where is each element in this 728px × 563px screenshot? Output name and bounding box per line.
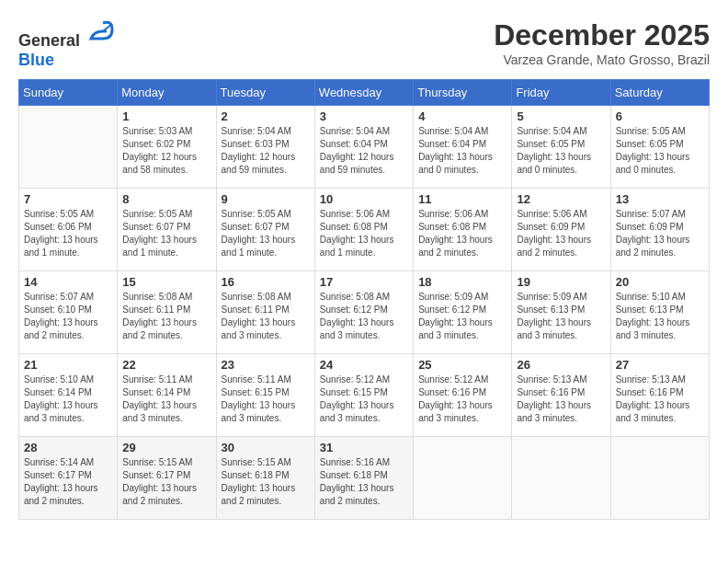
day-number: 29	[122, 441, 210, 454]
day-number: 6	[616, 109, 704, 123]
day-number: 27	[616, 358, 704, 372]
day-number: 25	[418, 358, 506, 372]
day-info: Sunrise: 5:04 AM Sunset: 6:04 PM Dayligh…	[320, 125, 408, 177]
days-of-week-row: SundayMondayTuesdayWednesdayThursdayFrid…	[19, 80, 710, 106]
day-info: Sunrise: 5:05 AM Sunset: 6:05 PM Dayligh…	[616, 125, 704, 177]
calendar-cell: 15Sunrise: 5:08 AM Sunset: 6:11 PM Dayli…	[118, 271, 216, 354]
logo-text: General Blue	[18, 18, 114, 70]
day-info: Sunrise: 5:08 AM Sunset: 6:11 PM Dayligh…	[222, 291, 310, 342]
calendar-cell: 23Sunrise: 5:11 AM Sunset: 6:15 PM Dayli…	[216, 354, 314, 437]
day-info: Sunrise: 5:12 AM Sunset: 6:15 PM Dayligh…	[320, 373, 408, 425]
calendar-cell: 27Sunrise: 5:13 AM Sunset: 6:16 PM Dayli…	[610, 354, 709, 437]
calendar-cell: 28Sunrise: 5:14 AM Sunset: 6:17 PM Dayli…	[19, 437, 118, 520]
month-title: December 2025	[494, 18, 710, 52]
day-number: 5	[517, 109, 605, 123]
calendar-cell: 8Sunrise: 5:05 AM Sunset: 6:07 PM Daylig…	[118, 189, 216, 271]
day-info: Sunrise: 5:13 AM Sunset: 6:16 PM Dayligh…	[517, 373, 605, 425]
calendar-cell: 13Sunrise: 5:07 AM Sunset: 6:09 PM Dayli…	[610, 189, 709, 271]
day-info: Sunrise: 5:10 AM Sunset: 6:13 PM Dayligh…	[616, 291, 704, 342]
logo-icon	[86, 18, 114, 46]
calendar-cell: 7Sunrise: 5:05 AM Sunset: 6:06 PM Daylig…	[19, 189, 118, 271]
calendar-week-row: 1Sunrise: 5:03 AM Sunset: 6:02 PM Daylig…	[19, 106, 710, 189]
calendar-week-row: 21Sunrise: 5:10 AM Sunset: 6:14 PM Dayli…	[19, 354, 710, 437]
calendar-cell	[19, 106, 118, 189]
logo-general: General	[18, 31, 80, 50]
day-of-week-header: Tuesday	[216, 80, 314, 106]
day-info: Sunrise: 5:05 AM Sunset: 6:07 PM Dayligh…	[122, 208, 210, 259]
logo: General Blue	[18, 18, 114, 70]
calendar-cell: 25Sunrise: 5:12 AM Sunset: 6:16 PM Dayli…	[414, 354, 512, 437]
day-info: Sunrise: 5:09 AM Sunset: 6:13 PM Dayligh…	[517, 291, 605, 342]
day-info: Sunrise: 5:16 AM Sunset: 6:18 PM Dayligh…	[320, 456, 408, 508]
day-info: Sunrise: 5:06 AM Sunset: 6:09 PM Dayligh…	[517, 208, 605, 259]
calendar-cell	[610, 437, 709, 520]
day-number: 26	[517, 358, 605, 372]
calendar-body: 1Sunrise: 5:03 AM Sunset: 6:02 PM Daylig…	[19, 106, 710, 520]
day-number: 9	[222, 192, 310, 206]
day-number: 18	[418, 275, 506, 289]
calendar-cell: 14Sunrise: 5:07 AM Sunset: 6:10 PM Dayli…	[19, 271, 118, 354]
day-of-week-header: Saturday	[610, 80, 709, 106]
day-number: 10	[320, 192, 408, 206]
day-info: Sunrise: 5:15 AM Sunset: 6:17 PM Dayligh…	[122, 456, 210, 508]
calendar-cell: 26Sunrise: 5:13 AM Sunset: 6:16 PM Dayli…	[512, 354, 610, 437]
day-of-week-header: Sunday	[19, 80, 118, 106]
day-info: Sunrise: 5:11 AM Sunset: 6:14 PM Dayligh…	[122, 373, 210, 425]
day-info: Sunrise: 5:05 AM Sunset: 6:07 PM Dayligh…	[222, 208, 310, 259]
calendar-cell: 2Sunrise: 5:04 AM Sunset: 6:03 PM Daylig…	[216, 106, 314, 189]
day-number: 4	[418, 109, 506, 123]
calendar-week-row: 7Sunrise: 5:05 AM Sunset: 6:06 PM Daylig…	[19, 189, 710, 271]
day-info: Sunrise: 5:14 AM Sunset: 6:17 PM Dayligh…	[24, 456, 112, 508]
page-header: General Blue December 2025 Varzea Grande…	[18, 18, 710, 70]
calendar-cell: 20Sunrise: 5:10 AM Sunset: 6:13 PM Dayli…	[610, 271, 709, 354]
day-number: 24	[320, 358, 408, 372]
day-info: Sunrise: 5:04 AM Sunset: 6:04 PM Dayligh…	[418, 125, 506, 177]
calendar-cell: 10Sunrise: 5:06 AM Sunset: 6:08 PM Dayli…	[314, 189, 413, 271]
calendar-cell	[512, 437, 610, 520]
day-number: 11	[418, 192, 506, 206]
calendar-cell: 24Sunrise: 5:12 AM Sunset: 6:15 PM Dayli…	[314, 354, 413, 437]
day-info: Sunrise: 5:04 AM Sunset: 6:05 PM Dayligh…	[517, 125, 605, 177]
day-of-week-header: Friday	[512, 80, 610, 106]
day-number: 22	[122, 358, 210, 372]
day-info: Sunrise: 5:12 AM Sunset: 6:16 PM Dayligh…	[418, 373, 506, 425]
calendar-cell: 17Sunrise: 5:08 AM Sunset: 6:12 PM Dayli…	[314, 271, 413, 354]
day-info: Sunrise: 5:15 AM Sunset: 6:18 PM Dayligh…	[222, 456, 310, 508]
day-number: 15	[122, 275, 210, 289]
day-number: 17	[320, 275, 408, 289]
calendar-cell: 21Sunrise: 5:10 AM Sunset: 6:14 PM Dayli…	[19, 354, 118, 437]
day-info: Sunrise: 5:09 AM Sunset: 6:12 PM Dayligh…	[418, 291, 506, 342]
calendar-cell	[414, 437, 512, 520]
calendar-cell: 29Sunrise: 5:15 AM Sunset: 6:17 PM Dayli…	[118, 437, 216, 520]
day-number: 16	[222, 275, 310, 289]
location: Varzea Grande, Mato Grosso, Brazil	[494, 52, 710, 67]
calendar-cell: 5Sunrise: 5:04 AM Sunset: 6:05 PM Daylig…	[512, 106, 610, 189]
day-number: 31	[320, 441, 408, 454]
day-info: Sunrise: 5:08 AM Sunset: 6:12 PM Dayligh…	[320, 291, 408, 342]
day-number: 2	[222, 109, 310, 123]
day-number: 7	[24, 192, 112, 206]
day-of-week-header: Wednesday	[314, 80, 413, 106]
day-number: 13	[616, 192, 704, 206]
title-section: December 2025 Varzea Grande, Mato Grosso…	[494, 18, 710, 67]
calendar-week-row: 14Sunrise: 5:07 AM Sunset: 6:10 PM Dayli…	[19, 271, 710, 354]
day-of-week-header: Thursday	[414, 80, 512, 106]
day-info: Sunrise: 5:11 AM Sunset: 6:15 PM Dayligh…	[222, 373, 310, 425]
day-info: Sunrise: 5:03 AM Sunset: 6:02 PM Dayligh…	[122, 125, 210, 177]
calendar-cell: 30Sunrise: 5:15 AM Sunset: 6:18 PM Dayli…	[216, 437, 314, 520]
calendar-cell: 9Sunrise: 5:05 AM Sunset: 6:07 PM Daylig…	[216, 189, 314, 271]
day-info: Sunrise: 5:05 AM Sunset: 6:06 PM Dayligh…	[24, 208, 112, 259]
day-info: Sunrise: 5:10 AM Sunset: 6:14 PM Dayligh…	[24, 373, 112, 425]
day-number: 12	[517, 192, 605, 206]
calendar-cell: 3Sunrise: 5:04 AM Sunset: 6:04 PM Daylig…	[314, 106, 413, 189]
day-number: 20	[616, 275, 704, 289]
calendar-week-row: 28Sunrise: 5:14 AM Sunset: 6:17 PM Dayli…	[19, 437, 710, 520]
calendar-cell: 6Sunrise: 5:05 AM Sunset: 6:05 PM Daylig…	[610, 106, 709, 189]
day-number: 3	[320, 109, 408, 123]
calendar-cell: 22Sunrise: 5:11 AM Sunset: 6:14 PM Dayli…	[118, 354, 216, 437]
day-info: Sunrise: 5:06 AM Sunset: 6:08 PM Dayligh…	[418, 208, 506, 259]
calendar-cell: 4Sunrise: 5:04 AM Sunset: 6:04 PM Daylig…	[414, 106, 512, 189]
day-number: 28	[24, 441, 112, 454]
day-info: Sunrise: 5:07 AM Sunset: 6:09 PM Dayligh…	[616, 208, 704, 259]
calendar-cell: 1Sunrise: 5:03 AM Sunset: 6:02 PM Daylig…	[118, 106, 216, 189]
